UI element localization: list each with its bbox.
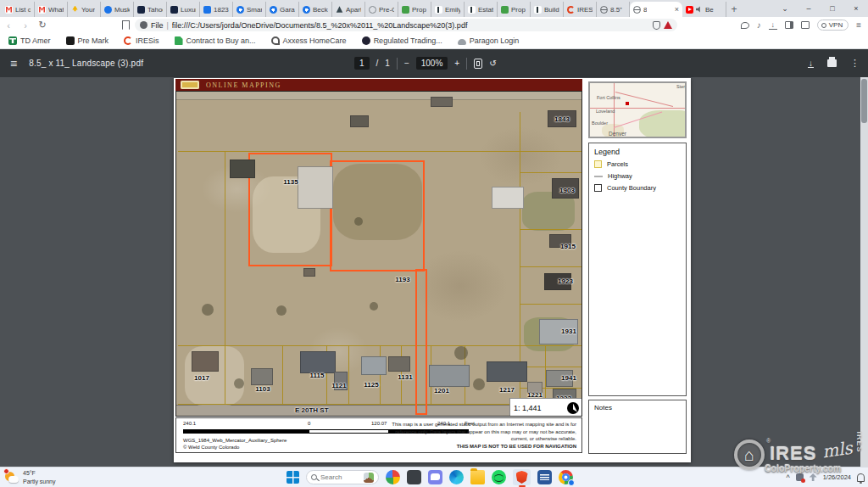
zoom-out-button[interactable]: − (404, 59, 409, 68)
tab-prop-1[interactable]: Prop (398, 2, 431, 17)
photos-app-icon[interactable] (386, 470, 400, 484)
map-footer: 240.1 0 120.07 240.1 Feet WGS_1984_Web_M… (175, 417, 582, 453)
bookmark-axxess[interactable]: Axxess HomeCare (271, 36, 347, 45)
legend-item-highway: Highway (594, 172, 681, 180)
bookmark-td-ameritrade[interactable]: TD Amer (8, 36, 51, 45)
minimize-button[interactable]: – (797, 0, 821, 17)
sidebar-icon[interactable] (785, 21, 793, 29)
file-explorer-icon[interactable] (470, 470, 485, 484)
back-button[interactable]: ‹ (0, 20, 17, 31)
tab-luxur[interactable]: Luxur (167, 2, 200, 17)
address-bar[interactable]: File | file:///C:/Users/jorda/OneDrive/D… (135, 19, 677, 31)
menu-icon[interactable]: ≡ (856, 20, 861, 30)
reload-button[interactable]: ↻ (34, 20, 51, 31)
downloads-icon[interactable]: ↓ (769, 21, 777, 30)
pdf-page-controls: 1 / 1 − 100% + ↺ (354, 57, 497, 70)
pdf-download-icon[interactable]: ↓ (808, 59, 814, 68)
tab-pdf-active[interactable]: 8× (630, 2, 682, 17)
fit-page-icon[interactable] (474, 59, 482, 69)
vpn-button[interactable]: VPN (817, 20, 849, 31)
media-icon[interactable]: ♪ (757, 20, 761, 30)
bookmark-regulated-trading[interactable]: Regulated Trading... (362, 36, 442, 45)
split-view-icon[interactable] (801, 21, 810, 29)
bookmark-label: Pre Mark (78, 36, 109, 45)
more-options-icon[interactable]: ⋮ (850, 58, 860, 69)
tab-pre-c[interactable]: Pre-C (365, 2, 398, 17)
tab-emily[interactable]: Emily (431, 2, 465, 17)
tab-gara[interactable]: Gara (266, 2, 299, 17)
tab-label: Smar (247, 6, 262, 14)
tab-search-chevron[interactable]: ⌄ (773, 0, 797, 17)
teams-chat-icon[interactable] (428, 470, 442, 484)
tab-1823[interactable]: 1823 (200, 2, 233, 17)
tab-build[interactable]: Build (531, 2, 564, 17)
tab-beck[interactable]: Beck (299, 2, 332, 17)
maximize-button[interactable]: □ (821, 0, 844, 17)
chat-icon[interactable] (741, 22, 749, 29)
scrollbar-thumb[interactable] (861, 79, 867, 123)
search-input[interactable] (320, 473, 359, 481)
pdf-scrollbar[interactable] (860, 77, 868, 467)
bookmark-iresis[interactable]: IRESis (124, 36, 159, 45)
tab-smar[interactable]: Smar (233, 2, 266, 17)
word-icon[interactable] (537, 470, 552, 484)
print-icon[interactable] (827, 59, 837, 67)
rotate-icon[interactable]: ↺ (489, 59, 496, 68)
tree (354, 217, 363, 226)
legend-panel: Legend Parcels Highway County Boundary (588, 143, 687, 396)
tray-shield-icon[interactable] (796, 473, 804, 481)
app-icon[interactable] (407, 470, 421, 484)
tab-label: Pre-C (379, 6, 394, 14)
system-tray: ^ 1/26/2024 (786, 473, 865, 482)
tray-date[interactable]: 1/26/2024 (823, 473, 851, 481)
parcels-swatch (594, 160, 602, 168)
bookmark-pre-mark[interactable]: Pre Mark (66, 36, 109, 45)
forward-button[interactable]: › (17, 20, 34, 31)
spotify-icon[interactable] (492, 470, 506, 484)
tab-musk[interactable]: Musk (101, 2, 134, 17)
audio-speaker-icon[interactable] (696, 6, 703, 13)
start-button[interactable] (287, 471, 299, 484)
edge-icon[interactable] (449, 470, 464, 484)
tab-tahoe[interactable]: Tahoe (134, 2, 167, 17)
scale-ratio: 1: 1,441 (514, 404, 542, 412)
brave-shield-icon[interactable] (653, 21, 660, 30)
weather-desc: Partly sunny (23, 478, 56, 485)
green-site-icon (402, 6, 409, 14)
tab-list[interactable]: List o (2, 2, 35, 17)
bookmark-contract[interactable]: Contract to Buy an... (175, 36, 256, 45)
close-button[interactable]: × (844, 0, 868, 17)
tab-label: 8 (643, 6, 647, 14)
brave-rewards-icon[interactable] (664, 21, 672, 29)
bookmark-icon[interactable] (122, 20, 130, 30)
tab-what[interactable]: What (35, 2, 68, 17)
zoom-in-button[interactable]: + (454, 59, 459, 68)
tab-8-5[interactable]: 8.5" (597, 2, 630, 17)
chrome-icon[interactable] (559, 470, 573, 484)
page-number-box[interactable]: 1 (354, 57, 370, 70)
tab-ires[interactable]: IRES (564, 2, 597, 17)
tree (202, 304, 214, 316)
tray-expand-icon[interactable]: ^ (786, 473, 789, 482)
address-url[interactable]: file:///C:/Users/jorda/OneDrive/Document… (172, 21, 649, 30)
aerial-map: 1135 1843 1903 1915 1923 1931 1941 1193 … (175, 91, 582, 417)
bookmark-paragon[interactable]: Paragon Login (458, 36, 520, 45)
brave-icon-active[interactable] (513, 469, 531, 485)
taskbar-search[interactable] (306, 470, 379, 484)
tab-apart[interactable]: Apart (332, 2, 365, 17)
banner-title: ONLINE MAPPING (206, 81, 281, 89)
new-tab-button[interactable]: + (726, 2, 742, 17)
tray-upload-icon[interactable] (810, 473, 817, 481)
tab-close-icon[interactable]: × (675, 5, 679, 14)
tab-youtube[interactable]: Be (682, 2, 726, 17)
notifications-bell-icon[interactable] (857, 473, 865, 482)
zoom-level[interactable]: 100% (416, 57, 448, 70)
tab-estat[interactable]: Estat (465, 2, 498, 17)
file-info-icon[interactable] (140, 21, 147, 29)
parcel-label: 1843 (554, 115, 570, 123)
tab-your[interactable]: Your (68, 2, 101, 17)
page-separator: / (376, 59, 379, 68)
tab-prop-2[interactable]: Prop (498, 2, 531, 17)
pdf-menu-icon[interactable]: ≡ (10, 57, 17, 70)
weather-widget[interactable]: 45°F Partly sunny (0, 469, 102, 484)
